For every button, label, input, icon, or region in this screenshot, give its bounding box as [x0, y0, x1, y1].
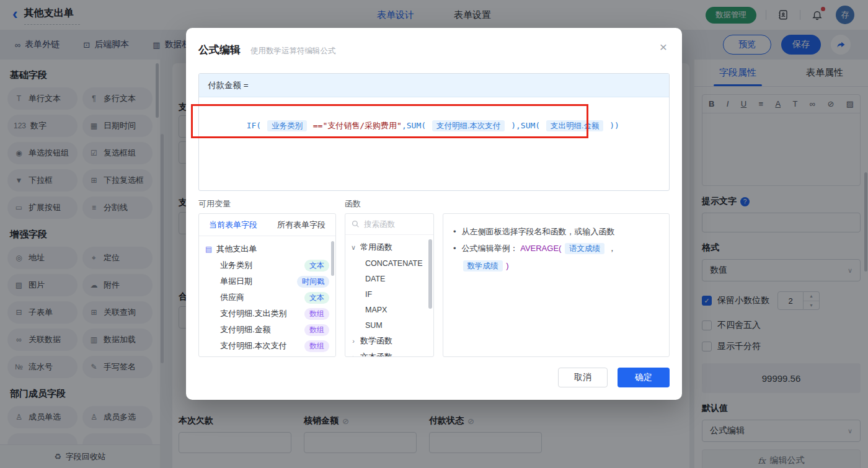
field-type-badge: 时间戳 [297, 276, 329, 288]
formula-input[interactable]: IF( 业务类别 =="支付销售/采购费用",SUM( 支付明细.本次支付 ),… [199, 97, 669, 154]
field-type-badge: 数组 [304, 324, 329, 336]
tab-current-form-fields[interactable]: 当前表单字段 [199, 214, 267, 236]
tip-line-1: • 从左侧面板选择字段名和函数，或输入函数 [453, 223, 659, 240]
formula-editor: 付款金额 = IF( 业务类别 =="支付销售/采购费用",SUM( 支付明细.… [198, 73, 670, 191]
functions-scrollbar[interactable] [428, 239, 432, 309]
variable-field[interactable]: 业务类别 文本 [205, 257, 335, 273]
variables-box: 当前表单字段 所有表单字段 ▤ 其他支出单 业务类别 文本 [198, 213, 336, 357]
bullet-icon: • [453, 240, 456, 257]
variable-field[interactable]: 支付明细.支出类别 数组 [205, 306, 335, 322]
search-input[interactable] [364, 220, 420, 229]
function-group-common[interactable]: ∨ 常用函数 [350, 239, 433, 255]
example-field-chip: 语文成绩 [565, 243, 604, 254]
functions-label: 函数 [345, 198, 434, 208]
confirm-button[interactable]: 确定 [618, 368, 670, 387]
formula-token: )) [604, 121, 619, 130]
formula-token: 业务类别 [267, 120, 307, 131]
variables-tabs: 当前表单字段 所有表单字段 [199, 214, 335, 236]
formula-target: 付款金额 = [199, 74, 669, 97]
functions-column: 函数 ∨ 常用函数 CONCATENATEDATEIFMAPXSUM [345, 191, 434, 357]
variable-field[interactable]: 供应商 文本 [205, 289, 335, 306]
function-item[interactable]: SUM [350, 317, 433, 333]
function-search [345, 214, 433, 235]
close-icon[interactable]: × [660, 40, 667, 53]
field-type-badge: 数组 [304, 308, 329, 320]
function-tree: ∨ 常用函数 CONCATENATEDATEIFMAPXSUM 数学函数 [345, 235, 433, 357]
function-item[interactable]: DATE [350, 271, 433, 286]
formula-token: 支付明细.本次支付 [432, 120, 505, 131]
variable-field[interactable]: 支付明细.金额 数组 [205, 322, 335, 338]
function-item[interactable]: CONCATENATE [350, 255, 433, 271]
variable-field[interactable]: 单据日期 时间戳 [205, 273, 335, 289]
function-group[interactable]: 文本函数 [350, 349, 433, 357]
variables-label: 可用变量 [198, 198, 336, 208]
variable-field[interactable]: 支付明细.本次支付 数组 [205, 338, 335, 354]
formula-edit-modal: 公式编辑 使用数学运算符编辑公式 × 付款金额 = IF( 业务类别 =="支付… [186, 28, 682, 400]
modal-footer: 取消 确定 [558, 368, 670, 387]
formula-token: =="支付销售/采购费用" [308, 121, 402, 130]
modal-title: 公式编辑 [198, 43, 241, 57]
chevron-right-icon [350, 337, 356, 345]
cancel-button[interactable]: 取消 [558, 368, 608, 387]
app: ‹ 其他支出单 表单设计 表单设置 数据管理 存 ∞ 表单外链 [0, 0, 868, 468]
formula-token: IF( [247, 121, 266, 130]
tab-all-form-fields[interactable]: 所有表单字段 [267, 214, 335, 236]
variables-scrollbar[interactable] [331, 241, 334, 276]
tip-line-2: • 公式编辑举例： AVERAGE( 语文成绩 ， 数学成绩 ) [453, 240, 659, 275]
field-type-badge: 文本 [304, 260, 329, 272]
tips-column: • 从左侧面板选择字段名和函数，或输入函数 • 公式编辑举例： AVERAGE(… [443, 191, 670, 357]
example-field-chip: 数学成绩 [463, 260, 503, 272]
modal-body: 可用变量 当前表单字段 所有表单字段 ▤ 其他支出单 [198, 191, 670, 357]
field-type-badge: 数组 [304, 340, 329, 352]
chevron-down-icon: ∨ [350, 244, 356, 252]
tips-box: • 从左侧面板选择字段名和函数，或输入函数 • 公式编辑举例： AVERAGE(… [443, 213, 670, 357]
search-icon [352, 220, 360, 228]
formula-token: ),SUM( [506, 121, 545, 130]
modal-header: 公式编辑 使用数学运算符编辑公式 [186, 28, 682, 57]
modal-subtitle: 使用数学运算符编辑公式 [250, 46, 336, 56]
document-icon: ▤ [205, 245, 212, 254]
variables-column: 可用变量 当前表单字段 所有表单字段 ▤ 其他支出单 [198, 191, 336, 357]
field-type-badge: 文本 [304, 292, 329, 304]
chevron-right-icon [350, 353, 356, 357]
functions-box: ∨ 常用函数 CONCATENATEDATEIFMAPXSUM 数学函数 [345, 213, 434, 357]
formula-token: 支出明细.金额 [546, 120, 603, 131]
function-group[interactable]: 数学函数 [350, 333, 433, 349]
function-item[interactable]: MAPX [350, 302, 433, 317]
variables-root[interactable]: ▤ 其他支出单 [205, 241, 335, 257]
variables-tree: ▤ 其他支出单 业务类别 文本 单据日期 [199, 236, 335, 354]
function-item[interactable]: IF [350, 286, 433, 302]
bullet-icon: • [453, 223, 456, 240]
formula-token: ,SUM( [402, 121, 431, 130]
